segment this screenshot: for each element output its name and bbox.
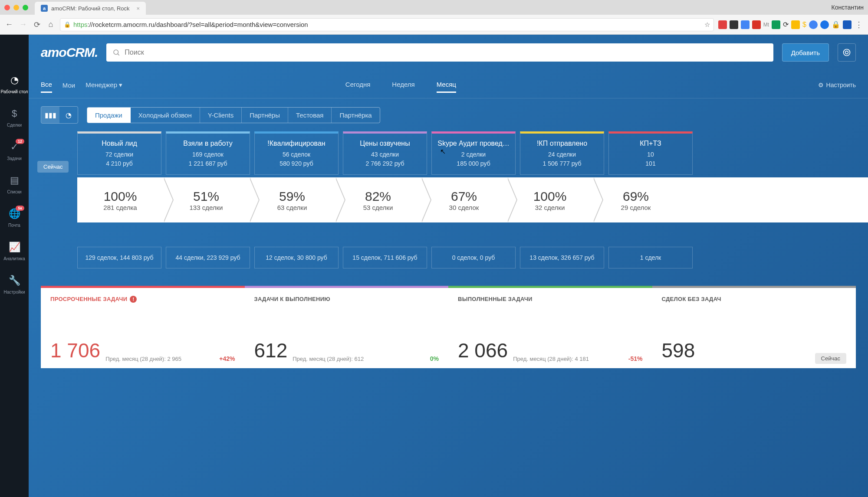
funnel-area: Сейчас Новый лид72 сделки4 210 рубВзяли …: [29, 131, 868, 268]
extension-icon[interactable]: [820, 20, 829, 29]
pipeline-tab[interactable]: Холодный обзвон: [131, 108, 200, 123]
lock-icon: 🔒: [64, 21, 71, 28]
period-tab-week[interactable]: Неделя: [392, 77, 414, 93]
task-prev: Пред. месяц (28 дней): 4 181: [513, 356, 589, 362]
conversion-deals: 53 сделки: [363, 204, 393, 211]
conversion-percent: 100%: [533, 189, 567, 204]
dollar-icon: $: [8, 107, 21, 120]
chrome-menu-icon[interactable]: ⋮: [854, 20, 864, 29]
sidebar-item-lists[interactable]: ▤ Списки: [0, 174, 29, 194]
extension-icon[interactable]: ⟳: [783, 20, 789, 29]
lost-cell: 13 сделок, 326 657 руб: [520, 247, 604, 268]
target-icon: [842, 48, 851, 57]
scope-tab-manager[interactable]: Менеджер ▾: [85, 78, 122, 92]
task-card[interactable]: ВЫПОЛНЕННЫЕ ЗАДАЧИ 2 066 Пред. месяц (28…: [448, 286, 652, 368]
browser-tab[interactable]: a amoCRM: Рабочий стол, Rock ×: [35, 2, 146, 15]
sidebar-item-settings[interactable]: 🔧 Настройки: [0, 274, 29, 294]
extension-icon[interactable]: [843, 20, 852, 29]
add-button[interactable]: Добавить: [782, 43, 829, 62]
stage-sum: 1 221 687 руб: [170, 159, 246, 168]
maximize-window-icon[interactable]: [23, 5, 28, 10]
home-button[interactable]: ⌂: [46, 20, 56, 29]
extension-icon[interactable]: [809, 20, 818, 29]
stage-column[interactable]: Цены озвучены43 сделки2 766 292 руб: [343, 131, 427, 175]
extension-icon[interactable]: [791, 20, 800, 29]
scope-tab-all[interactable]: Все: [41, 77, 52, 93]
stage-column[interactable]: КП+ТЗ10101: [608, 131, 693, 175]
close-window-icon[interactable]: [4, 5, 10, 10]
conversion-deals: 133 сделки: [190, 204, 223, 211]
period-tabs: Сегодня Неделя Месяц: [345, 77, 467, 93]
minimize-window-icon[interactable]: [13, 5, 19, 10]
task-delta: +42%: [219, 355, 235, 362]
address-bar[interactable]: 🔒 https://rocketcrm.amocrm.ru/dashboard/…: [60, 18, 714, 31]
extension-icon[interactable]: Mt: [763, 22, 769, 28]
stage-column[interactable]: Новый лид72 сделки4 210 руб: [77, 131, 161, 175]
stage-deals: 169 сделок: [170, 150, 246, 159]
back-button[interactable]: ←: [4, 20, 14, 29]
stage-column[interactable]: !КП отправлено24 сделки1 506 777 руб: [520, 131, 604, 175]
stage-title: КП+ТЗ: [612, 140, 689, 147]
task-delta: 0%: [430, 355, 439, 362]
stages-row: Новый лид72 сделки4 210 рубВзяли в работ…: [77, 131, 868, 175]
chrome-profile-name[interactable]: Константин: [832, 4, 864, 11]
pipeline-tab[interactable]: Партнёрка: [332, 108, 379, 123]
stage-column[interactable]: Взяли в работу169 сделок1 221 687 руб: [166, 131, 250, 175]
task-card[interactable]: СДЕЛОК БЕЗ ЗАДАЧ 598 Сейчас: [652, 286, 856, 368]
extension-icon[interactable]: [741, 20, 750, 29]
conversion-percent: 51%: [193, 189, 219, 204]
search-input[interactable]: [125, 49, 767, 56]
conversion-cell: 67%30 сделок: [421, 177, 507, 222]
svg-line-1: [118, 54, 119, 55]
period-tab-month[interactable]: Месяц: [437, 77, 456, 93]
sidebar-item-mail[interactable]: 5к 🌐 Почта: [0, 207, 29, 228]
url-scheme: https: [73, 21, 88, 28]
close-tab-icon[interactable]: ×: [137, 5, 140, 12]
extension-icon[interactable]: [718, 20, 727, 29]
extension-icon[interactable]: [730, 20, 738, 29]
reload-button[interactable]: ⟳: [32, 20, 42, 29]
view-funnel-button[interactable]: ▮▮▮: [41, 107, 59, 123]
task-card-title: ВЫПОЛНЕННЫЕ ЗАДАЧИ: [458, 296, 643, 302]
view-row: ▮▮▮ ◔ ПродажиХолодный обзвонY-ClientsПар…: [29, 98, 868, 131]
extension-icon[interactable]: [752, 20, 761, 29]
conversion-deals: 32 сделки: [535, 204, 565, 211]
sidebar-item-label: Сделки: [7, 123, 22, 128]
app-header: amoCRM. Добавить: [29, 35, 868, 77]
pipeline-tab[interactable]: Партнёры: [242, 108, 288, 123]
task-card[interactable]: ПРОСРОЧЕННЫЕ ЗАДАЧИ! 1 706 Пред. месяц (…: [41, 286, 245, 368]
sidebar-item-tasks[interactable]: 12 ✓ Задачи: [0, 141, 29, 161]
task-card-title: ЗАДАЧИ К ВЫПОЛНЕНИЮ: [254, 296, 439, 302]
pipeline-tab[interactable]: Продажи: [87, 108, 131, 123]
sidebar-item-deals[interactable]: $ Сделки: [0, 107, 29, 128]
stage-deals: 72 сделки: [81, 150, 158, 159]
sidebar-item-label: Почта: [8, 223, 20, 228]
sidebar-item-dashboard[interactable]: ◔ Рабочий стол: [0, 74, 29, 94]
sidebar-item-analytics[interactable]: 📈 Аналитика: [0, 241, 29, 261]
scope-tab-mine[interactable]: Мои: [62, 78, 75, 92]
search-field[interactable]: [106, 43, 773, 62]
lost-cell: 15 сделок, 711 606 руб: [343, 247, 427, 268]
stage-sum: 4 210 руб: [81, 159, 158, 168]
forward-button[interactable]: →: [18, 20, 28, 29]
view-pie-button[interactable]: ◔: [59, 107, 78, 123]
extension-icon[interactable]: [772, 20, 780, 29]
configure-link[interactable]: ⚙ Настроить: [818, 82, 856, 88]
conversion-deals: 281 сделка: [103, 204, 137, 211]
stage-column[interactable]: !Квалифицирован56 сделок580 920 руб: [254, 131, 339, 175]
extension-icon[interactable]: $: [802, 21, 806, 29]
list-icon: ▤: [8, 174, 21, 187]
period-tab-today[interactable]: Сегодня: [345, 77, 371, 93]
extension-icon[interactable]: 🔒: [832, 20, 840, 29]
stage-deals: 10: [612, 150, 689, 159]
favicon-icon: a: [41, 5, 48, 12]
pipeline-tab[interactable]: Y-Clients: [200, 108, 242, 123]
pipeline-tab[interactable]: Тестовая: [288, 108, 332, 123]
task-card[interactable]: ЗАДАЧИ К ВЫПОЛНЕНИЮ 612 Пред. месяц (28 …: [245, 286, 449, 368]
task-delta: -51%: [628, 355, 643, 362]
window-controls[interactable]: [4, 5, 28, 10]
gauge-icon: ◔: [8, 74, 21, 87]
bookmark-star-icon[interactable]: ☆: [704, 21, 710, 29]
stage-deals: 2 сделки: [435, 150, 512, 159]
notifications-button[interactable]: [838, 43, 856, 62]
